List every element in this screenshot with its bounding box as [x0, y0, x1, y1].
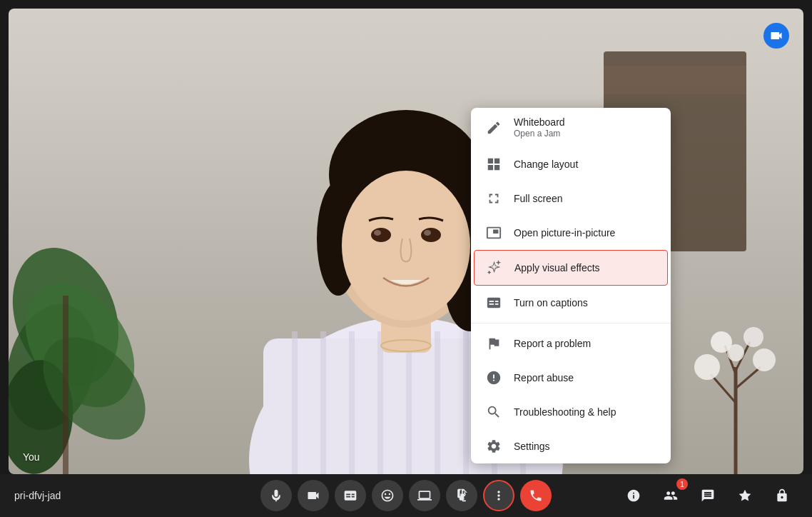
svg-rect-19 [292, 331, 298, 474]
svg-rect-21 [349, 331, 355, 474]
menu-item-report-problem[interactable]: Report a problem [471, 326, 671, 361]
camera-button[interactable] [298, 480, 329, 511]
flag-icon [485, 335, 502, 352]
plant-right [682, 260, 789, 474]
lock-button[interactable] [766, 480, 798, 511]
people-badge: 1 [676, 478, 688, 490]
emoji-button[interactable] [372, 480, 403, 511]
pip-icon [485, 224, 502, 241]
svg-point-38 [421, 228, 441, 242]
menu-item-full-screen[interactable]: Full screen [471, 181, 671, 216]
menu-item-visual-effects[interactable]: Apply visual effects [474, 250, 668, 286]
edit-icon [485, 119, 502, 136]
toolbar-center [260, 480, 552, 511]
svg-rect-22 [377, 331, 383, 474]
toolbar: pri-dfvj-jad [0, 474, 812, 517]
menu-item-captions[interactable]: Turn on captions [471, 286, 671, 320]
plant-left [9, 117, 151, 474]
troubleshoot-icon [485, 403, 502, 421]
meeting-code: pri-dfvj-jad [14, 490, 61, 501]
full-screen-label: Full screen [514, 193, 656, 204]
menu-item-report-abuse[interactable]: Report abuse [471, 361, 671, 395]
svg-point-11 [694, 354, 720, 380]
present-button[interactable] [409, 480, 440, 511]
svg-point-12 [753, 348, 776, 371]
captions-icon [485, 294, 502, 311]
activities-button[interactable] [729, 480, 761, 511]
svg-point-37 [371, 228, 391, 242]
captions-button[interactable] [335, 480, 366, 511]
svg-point-14 [744, 327, 763, 347]
whiteboard-label: Whiteboard [514, 116, 656, 128]
layout-icon [485, 156, 502, 173]
svg-point-36 [342, 171, 470, 321]
meet-icon [763, 23, 789, 49]
menu-item-pip[interactable]: Open picture-in-picture [471, 216, 671, 250]
svg-line-7 [711, 374, 736, 403]
menu-item-change-layout[interactable]: Change layout [471, 147, 671, 181]
fullscreen-icon [485, 190, 502, 207]
end-call-button[interactable] [520, 480, 552, 511]
svg-line-8 [736, 367, 761, 388]
settings-icon [485, 438, 502, 455]
visual-effects-label: Apply visual effects [514, 262, 656, 273]
svg-point-15 [727, 344, 744, 361]
svg-rect-24 [435, 331, 440, 474]
menu-item-whiteboard[interactable]: Whiteboard Open a Jam [471, 108, 671, 147]
raise-hand-button[interactable] [446, 480, 477, 511]
pip-label: Open picture-in-picture [514, 227, 656, 239]
shelf-items [604, 66, 746, 94]
report-icon [485, 369, 502, 386]
mic-button[interactable] [260, 480, 292, 511]
more-options-button[interactable] [483, 480, 514, 511]
toolbar-right: 1 [618, 480, 798, 511]
report-abuse-label: Report abuse [514, 372, 656, 383]
people-button[interactable]: 1 [655, 480, 686, 511]
svg-point-40 [424, 230, 431, 236]
report-problem-label: Report a problem [514, 338, 656, 349]
settings-label: Settings [514, 441, 656, 452]
svg-rect-20 [320, 331, 326, 474]
svg-point-39 [374, 230, 381, 236]
context-menu: Whiteboard Open a Jam Change layout Full… [471, 108, 671, 463]
change-layout-label: Change layout [514, 159, 656, 170]
menu-item-settings[interactable]: Settings [471, 429, 671, 463]
svg-rect-25 [463, 331, 469, 474]
menu-divider-1 [471, 323, 671, 323]
whiteboard-sublabel: Open a Jam [514, 129, 656, 139]
video-container: You [9, 9, 803, 474]
captions-label: Turn on captions [514, 297, 656, 308]
troubleshooting-label: Troubleshooting & help [514, 406, 656, 418]
toolbar-left: pri-dfvj-jad [14, 490, 61, 501]
sparkle-icon [486, 259, 503, 276]
menu-item-troubleshooting[interactable]: Troubleshooting & help [471, 395, 671, 429]
chat-button[interactable] [692, 480, 724, 511]
you-label: You [23, 451, 40, 463]
info-button[interactable] [618, 480, 649, 511]
